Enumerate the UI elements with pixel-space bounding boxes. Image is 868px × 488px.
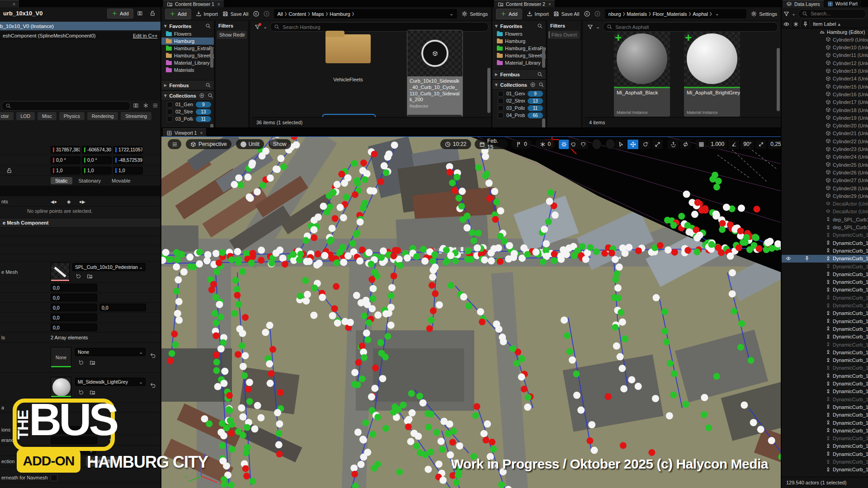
breadcrumb-segment[interactable]: Maps bbox=[312, 11, 324, 17]
collection-checkbox[interactable] bbox=[498, 113, 504, 118]
outliner-row[interactable]: Cylinder24 (Unloaded) bbox=[782, 153, 868, 161]
details-tab[interactable]: × bbox=[0, 0, 19, 8]
outliner-row[interactable]: Cylinder28 (Unloaded) bbox=[782, 184, 868, 192]
details-component-row[interactable]: eshComponent (SplineMeshComponent0) Edit… bbox=[0, 32, 160, 40]
cb1-import-button[interactable]: Import bbox=[196, 11, 218, 17]
cb2-search-input[interactable]: Search Asphalt bbox=[603, 22, 778, 32]
outliner-row[interactable]: DynamicCurb_10x10 bbox=[782, 388, 868, 395]
trash-icon[interactable] bbox=[108, 437, 114, 443]
mesh-type-dropdown[interactable]: Mesh⌄ bbox=[51, 446, 96, 455]
tolerance-field[interactable] bbox=[51, 436, 97, 444]
search-icon[interactable] bbox=[537, 71, 543, 77]
add-component-button[interactable]: Add bbox=[107, 9, 133, 19]
outliner-row[interactable]: DecalActor (Unloaded) bbox=[782, 200, 868, 208]
collection-item-02_Streetsmarkings[interactable]: 02_Streetsmarkings13 bbox=[492, 97, 546, 104]
cb2-settings-button[interactable]: Settings bbox=[751, 11, 777, 17]
outliner-row[interactable]: Cylinder11 (Unloaded) bbox=[782, 52, 868, 59]
mobility-static-button[interactable]: Static bbox=[51, 177, 72, 184]
scale-y-field[interactable]: 1,0 bbox=[82, 167, 112, 174]
mobility-movable-button[interactable]: Movable bbox=[107, 177, 135, 184]
collections-section[interactable]: Collections bbox=[500, 82, 527, 88]
outliner-row[interactable]: Cylinder26 (Unloaded) bbox=[782, 169, 868, 176]
outliner-row[interactable]: Cylinder22 (Unloaded) bbox=[782, 137, 868, 145]
favorites-label[interactable]: Favorites bbox=[500, 23, 523, 29]
scale-x-field[interactable]: 1,0 bbox=[51, 167, 80, 174]
breadcrumb-segment[interactable]: nburg bbox=[609, 11, 621, 17]
data-layers-tab[interactable]: Data Layers bbox=[783, 0, 824, 8]
folder-item-Material_Library[interactable]: Material_Library bbox=[161, 59, 214, 66]
world-partition-tab[interactable]: World Part bbox=[824, 0, 861, 7]
search-icon[interactable] bbox=[537, 23, 543, 29]
breadcrumb-segment[interactable]: All bbox=[278, 11, 283, 17]
prev-spline-point-button[interactable]: ◀● bbox=[51, 199, 57, 204]
breadcrumb-segment[interactable]: Hamburg bbox=[330, 11, 350, 17]
outliner-row[interactable]: DynamicCurb_10x10 bbox=[782, 247, 868, 254]
folder-item-Hamburg_Streetlights[interactable]: Hamburg_Streetlights bbox=[492, 52, 546, 59]
close-icon[interactable]: × bbox=[548, 2, 551, 7]
outliner-row[interactable]: DynamicCurb_10x10 bbox=[782, 450, 868, 458]
pin-icon[interactable] bbox=[804, 256, 810, 262]
outliner-row[interactable]: DynamicCurb_10x10 bbox=[782, 442, 868, 450]
material-1-dropdown[interactable]: MI_Sidewalk_LightGrey⌄ bbox=[75, 378, 146, 386]
reset-to-default-icon[interactable] bbox=[150, 352, 156, 358]
collection-item-03_Pollar[interactable]: 03_Pollar11 bbox=[492, 104, 546, 112]
folder-item-Material_Library[interactable]: Material_Library bbox=[492, 59, 546, 66]
reset-to-default-icon[interactable] bbox=[150, 382, 156, 388]
folder-item-Hamburg_ExtraProps[interactable]: Hamburg_ExtraProps bbox=[492, 45, 546, 52]
cb2-import-button[interactable]: Import bbox=[527, 11, 549, 17]
breadcrumb-segment[interactable]: Content bbox=[288, 11, 306, 17]
outliner-row[interactable]: Cylinder16 (Unloaded) bbox=[782, 90, 868, 98]
cb1-save-all-button[interactable]: Save All bbox=[222, 11, 249, 17]
outliner-row[interactable]: DynamicCurb_10x10 bbox=[782, 411, 868, 419]
outliner-row[interactable]: dep_SPL_Curb10x10 bbox=[782, 216, 868, 223]
asset-tile-Mi_Asphalt_BrightGrey[interactable]: +Mi_Asphalt_BrightGreyMaterial Instance bbox=[684, 32, 740, 117]
outliner-row[interactable]: DynamicCurb_10x10 bbox=[782, 466, 868, 474]
outliner-row[interactable]: DynamicCurb_10x10 bbox=[782, 372, 868, 380]
outliner-row[interactable]: Cylinder21 (Unloaded) bbox=[782, 130, 868, 137]
outliner-row[interactable]: DynamicCurb_10x10 bbox=[782, 294, 868, 301]
favorites-label[interactable]: Favorites bbox=[170, 23, 192, 29]
content-browser-2-tab[interactable]: Content Browser 2× bbox=[494, 0, 555, 8]
cb1-add-button[interactable]: Add bbox=[165, 9, 191, 19]
outliner-row[interactable]: DynamicCurb_10x10 bbox=[782, 231, 868, 239]
collection-checkbox[interactable] bbox=[167, 109, 173, 115]
viewport-scene[interactable] bbox=[161, 136, 781, 488]
outliner-row[interactable]: DynamicCurb_10x10 bbox=[782, 458, 868, 466]
outliner-row[interactable]: Cylinder10 (Unloaded) bbox=[782, 44, 868, 52]
mobility-stationary-button[interactable]: Stationary bbox=[74, 177, 106, 184]
outliner-row[interactable]: DynamicCurb_10x10 bbox=[782, 341, 868, 348]
material-0-dropdown[interactable]: None⌄ bbox=[75, 348, 146, 356]
eye-icon[interactable] bbox=[786, 256, 791, 262]
cb1-folder-tile[interactable]: VehicleFleets bbox=[322, 31, 374, 82]
breadcrumb-segment[interactable]: Floor_Materials bbox=[653, 11, 687, 17]
browse-to-asset-icon[interactable] bbox=[87, 273, 93, 279]
offset-field-5[interactable]: 0,0 bbox=[51, 324, 97, 331]
outliner-row[interactable]: DynamicCurb_10x10 bbox=[782, 427, 868, 434]
rotation-z-field[interactable]: -48,572539 ° bbox=[113, 156, 143, 164]
browse-to-asset-icon[interactable] bbox=[90, 360, 95, 366]
close-icon[interactable]: × bbox=[13, 2, 15, 7]
outliner-row[interactable]: DynamicCurb_10x10 bbox=[782, 395, 868, 403]
add-collection-icon[interactable] bbox=[530, 82, 536, 88]
scale-z-field[interactable]: 1,0 bbox=[113, 167, 143, 174]
apply-offset-button[interactable]: Apply Offset bbox=[86, 457, 121, 466]
filter-icon[interactable] bbox=[783, 11, 789, 17]
forward-icon[interactable] bbox=[264, 11, 269, 17]
forward-icon[interactable] bbox=[594, 11, 600, 17]
offset-field-1[interactable]: 0,0 bbox=[51, 294, 97, 301]
use-selected-icon[interactable] bbox=[78, 360, 84, 366]
outliner-row[interactable]: DecalActor (Unloaded) bbox=[782, 208, 868, 216]
outliner-row[interactable]: Cylinder13 (Unloaded) bbox=[782, 67, 868, 75]
search-icon[interactable] bbox=[208, 93, 213, 99]
search-icon[interactable] bbox=[205, 23, 211, 29]
close-icon[interactable]: × bbox=[200, 131, 203, 136]
offset-field-4[interactable]: 0,0 bbox=[51, 314, 97, 321]
folder-item-Hamburg_Streetlights[interactable]: Hamburg_Streetlights bbox=[161, 52, 214, 59]
viewport-tab[interactable]: Viewport 1× bbox=[163, 128, 206, 137]
eye-icon[interactable] bbox=[783, 21, 789, 27]
add-collection-icon[interactable] bbox=[199, 93, 205, 99]
outliner-row[interactable]: DynamicCurb_10x10 bbox=[782, 278, 868, 286]
asset-tile-Mi_Asphalt_Black[interactable]: +Mi_Asphalt_BlackMaterial Instance bbox=[614, 32, 670, 117]
cb2-filter-chip[interactable]: Files Overri bbox=[549, 31, 580, 39]
mesh-thumbnail[interactable] bbox=[51, 263, 70, 282]
